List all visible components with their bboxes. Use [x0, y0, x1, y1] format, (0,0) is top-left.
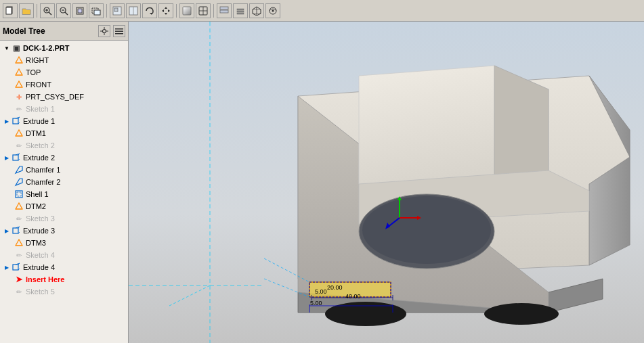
model-tree-panel: Model Tree ▼ ▣ DCK-1-2.PRT RIGHT: [0, 22, 129, 343]
svg-text:20.00: 20.00: [327, 284, 343, 291]
root-icon: ▣: [11, 43, 22, 53]
tree-label-extrude1: Extrude 1: [23, 117, 55, 125]
spin-center-button[interactable]: [265, 3, 280, 18]
tree-item-chamfer1[interactable]: Chamfer 1: [0, 164, 128, 176]
tree-item-chamfer2[interactable]: Chamfer 2: [0, 176, 128, 188]
expand-extrude1[interactable]: ▶: [3, 117, 11, 125]
svg-rect-43: [115, 30, 123, 32]
model-tree-content[interactable]: ▼ ▣ DCK-1-2.PRT RIGHT TOP: [0, 41, 128, 343]
top-toolbar: [0, 0, 644, 22]
insert-here-icon: ➤: [14, 274, 24, 285]
tree-label-csys: PRT_CSYS_DEF: [26, 93, 84, 101]
zoom-box-button[interactable]: [89, 3, 104, 18]
svg-marker-55: [16, 130, 22, 136]
svg-point-89: [484, 303, 559, 325]
expand-extrude3[interactable]: ▶: [3, 227, 11, 235]
tree-label-dtm3: DTM3: [26, 239, 46, 247]
svg-marker-69: [16, 239, 22, 246]
dtm1-icon: [14, 128, 24, 139]
orient-button[interactable]: [249, 3, 264, 18]
tree-label-sketch5: Sketch 5: [26, 288, 55, 296]
tree-item-shell1[interactable]: Shell 1: [0, 188, 128, 200]
svg-rect-26: [220, 7, 228, 9]
tree-item-root[interactable]: ▼ ▣ DCK-1-2.PRT: [0, 42, 128, 54]
model-tree-menu-button[interactable]: [113, 25, 125, 37]
tree-label-dtm2: DTM2: [26, 202, 46, 210]
expand-root[interactable]: ▼: [3, 44, 11, 52]
layers-button[interactable]: [233, 3, 248, 18]
tree-label-front: FRONT: [26, 81, 51, 89]
tree-item-extrude3[interactable]: ▶ Extrude 3: [0, 225, 128, 237]
svg-rect-1: [6, 7, 12, 14]
tree-label-right: RIGHT: [26, 56, 49, 64]
svg-point-36: [272, 9, 274, 12]
tree-item-right[interactable]: RIGHT: [0, 54, 128, 66]
expand-extrude4[interactable]: ▶: [3, 263, 11, 271]
tree-label-dtm1: DTM1: [26, 129, 46, 137]
svg-text:40.00: 40.00: [345, 293, 361, 300]
sketch-icon-5: ✏: [14, 286, 24, 297]
toolbar-separator-3: [176, 4, 177, 18]
extrude-icon-1: [11, 116, 22, 127]
tree-item-dtm2[interactable]: DTM2: [0, 200, 128, 212]
chamfer2-icon: [14, 177, 24, 187]
zoom-fit-button[interactable]: [72, 3, 87, 18]
zoom-in-button[interactable]: [40, 3, 55, 18]
rotate-button[interactable]: [142, 3, 157, 18]
tree-item-csys[interactable]: ✛ PRT_CSYS_DEF: [0, 91, 128, 103]
svg-marker-47: [16, 69, 22, 75]
svg-rect-12: [94, 10, 100, 15]
svg-marker-21: [168, 9, 170, 12]
view-saved-button[interactable]: [126, 3, 141, 18]
svg-text:5.00: 5.00: [310, 300, 322, 306]
tree-item-insert-here[interactable]: ➤ Insert Here: [0, 273, 128, 285]
tree-item-dtm3[interactable]: DTM3: [0, 237, 128, 249]
main-area: Model Tree ▼ ▣ DCK-1-2.PRT RIGHT: [0, 22, 644, 343]
svg-rect-30: [237, 13, 244, 14]
tree-label-top: TOP: [26, 68, 41, 76]
svg-rect-10: [78, 9, 82, 13]
view-spin-button[interactable]: [110, 3, 125, 18]
viewport[interactable]: 5.00 20.00 40.00 5.00: [129, 22, 644, 343]
model-tree-settings-button[interactable]: [98, 25, 110, 37]
zoom-out-button[interactable]: [56, 3, 71, 18]
toolbar-separator-2: [106, 4, 107, 18]
expand-extrude2[interactable]: ▶: [3, 154, 11, 162]
shell1-icon: [14, 189, 24, 200]
tree-label-extrude2: Extrude 2: [23, 154, 55, 162]
tree-item-sketch1[interactable]: ✏ Sketch 1: [0, 103, 128, 115]
svg-marker-20: [162, 9, 164, 12]
tree-item-extrude2[interactable]: ▶ Extrude 2: [0, 152, 128, 164]
open-button[interactable]: [19, 3, 34, 18]
sketch-icon-1: ✏: [14, 104, 24, 114]
pan-button[interactable]: [158, 3, 173, 18]
wireframe-button[interactable]: [196, 3, 211, 18]
tree-item-sketch2[interactable]: ✏ Sketch 2: [0, 139, 128, 152]
tree-item-front[interactable]: FRONT: [0, 78, 128, 91]
new-button[interactable]: [3, 3, 18, 18]
svg-point-88: [325, 302, 406, 326]
view-manager-button[interactable]: [217, 3, 232, 18]
svg-rect-27: [220, 10, 228, 13]
model-tree-title: Model Tree: [3, 26, 95, 36]
tree-item-top[interactable]: TOP: [0, 66, 128, 78]
dtm2-icon: [14, 201, 24, 212]
tree-label-insert-here: Insert Here: [26, 275, 64, 283]
svg-rect-22: [183, 7, 191, 15]
tree-item-sketch3[interactable]: ✏ Sketch 3: [0, 212, 128, 225]
chamfer1-icon: [14, 164, 24, 175]
tree-item-dtm1[interactable]: DTM1: [0, 127, 128, 139]
svg-rect-61: [16, 191, 22, 198]
svg-rect-65: [13, 228, 18, 233]
tree-item-sketch5[interactable]: ✏ Sketch 5: [0, 285, 128, 298]
tree-item-sketch4[interactable]: ✏ Sketch 4: [0, 249, 128, 261]
dtm3-icon: [14, 237, 24, 248]
svg-rect-62: [17, 192, 21, 196]
tree-label-extrude3: Extrude 3: [23, 227, 55, 235]
shading-button[interactable]: [179, 3, 194, 18]
tree-item-extrude4[interactable]: ▶ Extrude 4: [0, 261, 128, 273]
extrude-icon-4: [11, 262, 22, 273]
svg-marker-63: [16, 203, 22, 209]
svg-rect-14: [114, 8, 118, 12]
tree-item-extrude1[interactable]: ▶ Extrude 1: [0, 115, 128, 127]
